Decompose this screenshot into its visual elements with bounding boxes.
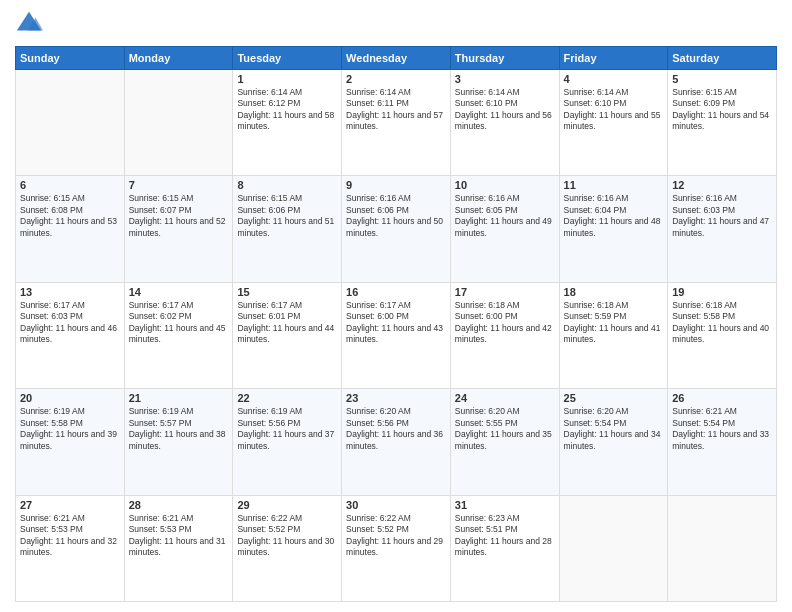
cell-content: Sunrise: 6:17 AM Sunset: 6:03 PM Dayligh… [20, 300, 120, 346]
cell-content: Sunrise: 6:16 AM Sunset: 6:06 PM Dayligh… [346, 193, 446, 239]
cell-content: Sunrise: 6:19 AM Sunset: 5:58 PM Dayligh… [20, 406, 120, 452]
calendar-cell: 6Sunrise: 6:15 AM Sunset: 6:08 PM Daylig… [16, 176, 125, 282]
day-number: 7 [129, 179, 229, 191]
calendar-cell: 4Sunrise: 6:14 AM Sunset: 6:10 PM Daylig… [559, 70, 668, 176]
day-number: 29 [237, 499, 337, 511]
calendar-cell: 19Sunrise: 6:18 AM Sunset: 5:58 PM Dayli… [668, 282, 777, 388]
weekday-header-monday: Monday [124, 47, 233, 70]
weekday-header-saturday: Saturday [668, 47, 777, 70]
cell-content: Sunrise: 6:14 AM Sunset: 6:11 PM Dayligh… [346, 87, 446, 133]
cell-content: Sunrise: 6:16 AM Sunset: 6:04 PM Dayligh… [564, 193, 664, 239]
day-number: 18 [564, 286, 664, 298]
cell-content: Sunrise: 6:17 AM Sunset: 6:02 PM Dayligh… [129, 300, 229, 346]
cell-content: Sunrise: 6:17 AM Sunset: 6:01 PM Dayligh… [237, 300, 337, 346]
cell-content: Sunrise: 6:20 AM Sunset: 5:54 PM Dayligh… [564, 406, 664, 452]
calendar-cell: 1Sunrise: 6:14 AM Sunset: 6:12 PM Daylig… [233, 70, 342, 176]
day-number: 31 [455, 499, 555, 511]
calendar-cell: 13Sunrise: 6:17 AM Sunset: 6:03 PM Dayli… [16, 282, 125, 388]
day-number: 10 [455, 179, 555, 191]
logo-icon [15, 10, 43, 38]
cell-content: Sunrise: 6:18 AM Sunset: 6:00 PM Dayligh… [455, 300, 555, 346]
weekday-header-friday: Friday [559, 47, 668, 70]
day-number: 21 [129, 392, 229, 404]
calendar-cell [668, 495, 777, 601]
cell-content: Sunrise: 6:15 AM Sunset: 6:09 PM Dayligh… [672, 87, 772, 133]
day-number: 22 [237, 392, 337, 404]
calendar-cell: 28Sunrise: 6:21 AM Sunset: 5:53 PM Dayli… [124, 495, 233, 601]
day-number: 6 [20, 179, 120, 191]
cell-content: Sunrise: 6:20 AM Sunset: 5:55 PM Dayligh… [455, 406, 555, 452]
day-number: 9 [346, 179, 446, 191]
calendar-week-2: 6Sunrise: 6:15 AM Sunset: 6:08 PM Daylig… [16, 176, 777, 282]
day-number: 27 [20, 499, 120, 511]
day-number: 28 [129, 499, 229, 511]
calendar-cell: 22Sunrise: 6:19 AM Sunset: 5:56 PM Dayli… [233, 389, 342, 495]
cell-content: Sunrise: 6:15 AM Sunset: 6:07 PM Dayligh… [129, 193, 229, 239]
calendar-cell: 14Sunrise: 6:17 AM Sunset: 6:02 PM Dayli… [124, 282, 233, 388]
weekday-header-sunday: Sunday [16, 47, 125, 70]
day-number: 30 [346, 499, 446, 511]
page: SundayMondayTuesdayWednesdayThursdayFrid… [0, 0, 792, 612]
calendar-cell: 17Sunrise: 6:18 AM Sunset: 6:00 PM Dayli… [450, 282, 559, 388]
day-number: 17 [455, 286, 555, 298]
cell-content: Sunrise: 6:21 AM Sunset: 5:53 PM Dayligh… [129, 513, 229, 559]
day-number: 25 [564, 392, 664, 404]
cell-content: Sunrise: 6:17 AM Sunset: 6:00 PM Dayligh… [346, 300, 446, 346]
day-number: 13 [20, 286, 120, 298]
calendar-week-4: 20Sunrise: 6:19 AM Sunset: 5:58 PM Dayli… [16, 389, 777, 495]
day-number: 26 [672, 392, 772, 404]
day-number: 16 [346, 286, 446, 298]
cell-content: Sunrise: 6:16 AM Sunset: 6:05 PM Dayligh… [455, 193, 555, 239]
cell-content: Sunrise: 6:16 AM Sunset: 6:03 PM Dayligh… [672, 193, 772, 239]
calendar-week-1: 1Sunrise: 6:14 AM Sunset: 6:12 PM Daylig… [16, 70, 777, 176]
calendar-cell [559, 495, 668, 601]
weekday-header-tuesday: Tuesday [233, 47, 342, 70]
calendar-cell: 29Sunrise: 6:22 AM Sunset: 5:52 PM Dayli… [233, 495, 342, 601]
cell-content: Sunrise: 6:18 AM Sunset: 5:59 PM Dayligh… [564, 300, 664, 346]
calendar-cell: 8Sunrise: 6:15 AM Sunset: 6:06 PM Daylig… [233, 176, 342, 282]
day-number: 8 [237, 179, 337, 191]
calendar-cell: 11Sunrise: 6:16 AM Sunset: 6:04 PM Dayli… [559, 176, 668, 282]
day-number: 11 [564, 179, 664, 191]
calendar-cell: 9Sunrise: 6:16 AM Sunset: 6:06 PM Daylig… [342, 176, 451, 282]
day-number: 3 [455, 73, 555, 85]
calendar-cell: 31Sunrise: 6:23 AM Sunset: 5:51 PM Dayli… [450, 495, 559, 601]
cell-content: Sunrise: 6:22 AM Sunset: 5:52 PM Dayligh… [237, 513, 337, 559]
cell-content: Sunrise: 6:14 AM Sunset: 6:10 PM Dayligh… [455, 87, 555, 133]
calendar-week-3: 13Sunrise: 6:17 AM Sunset: 6:03 PM Dayli… [16, 282, 777, 388]
calendar-cell: 16Sunrise: 6:17 AM Sunset: 6:00 PM Dayli… [342, 282, 451, 388]
calendar-cell: 15Sunrise: 6:17 AM Sunset: 6:01 PM Dayli… [233, 282, 342, 388]
calendar-cell: 25Sunrise: 6:20 AM Sunset: 5:54 PM Dayli… [559, 389, 668, 495]
day-number: 12 [672, 179, 772, 191]
day-number: 19 [672, 286, 772, 298]
calendar-cell [124, 70, 233, 176]
calendar-table: SundayMondayTuesdayWednesdayThursdayFrid… [15, 46, 777, 602]
header [15, 10, 777, 38]
calendar-cell: 27Sunrise: 6:21 AM Sunset: 5:53 PM Dayli… [16, 495, 125, 601]
weekday-header-wednesday: Wednesday [342, 47, 451, 70]
calendar-cell: 30Sunrise: 6:22 AM Sunset: 5:52 PM Dayli… [342, 495, 451, 601]
calendar-cell: 18Sunrise: 6:18 AM Sunset: 5:59 PM Dayli… [559, 282, 668, 388]
cell-content: Sunrise: 6:15 AM Sunset: 6:06 PM Dayligh… [237, 193, 337, 239]
day-number: 15 [237, 286, 337, 298]
calendar-cell: 24Sunrise: 6:20 AM Sunset: 5:55 PM Dayli… [450, 389, 559, 495]
cell-content: Sunrise: 6:21 AM Sunset: 5:54 PM Dayligh… [672, 406, 772, 452]
cell-content: Sunrise: 6:21 AM Sunset: 5:53 PM Dayligh… [20, 513, 120, 559]
day-number: 20 [20, 392, 120, 404]
weekday-header-row: SundayMondayTuesdayWednesdayThursdayFrid… [16, 47, 777, 70]
day-number: 4 [564, 73, 664, 85]
calendar-cell: 21Sunrise: 6:19 AM Sunset: 5:57 PM Dayli… [124, 389, 233, 495]
cell-content: Sunrise: 6:20 AM Sunset: 5:56 PM Dayligh… [346, 406, 446, 452]
day-number: 1 [237, 73, 337, 85]
logo [15, 10, 47, 38]
calendar-cell: 20Sunrise: 6:19 AM Sunset: 5:58 PM Dayli… [16, 389, 125, 495]
calendar-cell [16, 70, 125, 176]
calendar-cell: 26Sunrise: 6:21 AM Sunset: 5:54 PM Dayli… [668, 389, 777, 495]
cell-content: Sunrise: 6:19 AM Sunset: 5:57 PM Dayligh… [129, 406, 229, 452]
day-number: 23 [346, 392, 446, 404]
calendar-cell: 3Sunrise: 6:14 AM Sunset: 6:10 PM Daylig… [450, 70, 559, 176]
calendar-cell: 7Sunrise: 6:15 AM Sunset: 6:07 PM Daylig… [124, 176, 233, 282]
cell-content: Sunrise: 6:22 AM Sunset: 5:52 PM Dayligh… [346, 513, 446, 559]
day-number: 24 [455, 392, 555, 404]
day-number: 14 [129, 286, 229, 298]
